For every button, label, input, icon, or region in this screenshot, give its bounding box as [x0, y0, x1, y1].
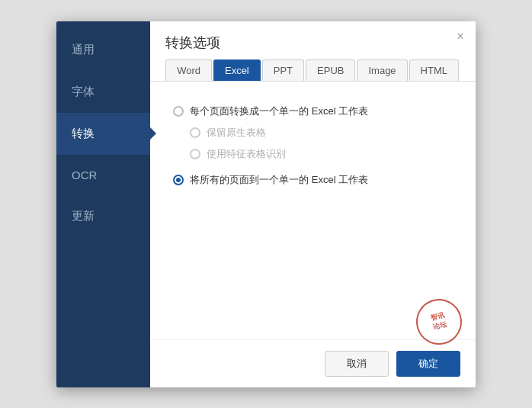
ok-button[interactable]: 确定 — [396, 351, 460, 377]
close-button[interactable]: × — [453, 29, 468, 44]
option1-group: 每个页面转换成一个单一的 Excel 工作表 保留原生表格 使用特征表格识别 — [173, 104, 453, 161]
radio-suboption2[interactable]: 使用特征表格识别 — [190, 147, 453, 161]
tab-html[interactable]: HTML — [409, 59, 459, 81]
radio-option2[interactable]: 将所有的页面到一个单一的 Excel 工作表 — [173, 173, 453, 187]
dialog: 通用 字体 转换 OCR 更新 × 转换选项 Word Ex — [56, 21, 476, 387]
tab-excel[interactable]: Excel — [213, 59, 261, 81]
title-bar: 转换选项 — [150, 21, 476, 59]
sidebar-item-general[interactable]: 通用 — [56, 29, 150, 71]
tab-ppt[interactable]: PPT — [262, 59, 304, 81]
tab-epub[interactable]: EPUB — [306, 59, 355, 81]
radio-circle-option1 — [173, 106, 184, 117]
tab-bar: Word Excel PPT EPUB Image HTML — [150, 59, 476, 82]
radio-option1[interactable]: 每个页面转换成一个单一的 Excel 工作表 — [173, 104, 453, 118]
sidebar-item-ocr[interactable]: OCR — [56, 155, 150, 195]
main-panel: × 转换选项 Word Excel PPT EPUB Image HTML — [150, 21, 476, 387]
sidebar: 通用 字体 转换 OCR 更新 — [56, 21, 150, 387]
cancel-button[interactable]: 取消 — [325, 351, 389, 377]
sidebar-item-update[interactable]: 更新 — [56, 195, 150, 237]
tab-word[interactable]: Word — [165, 59, 212, 81]
radio-circle-sub1 — [190, 127, 200, 138]
tab-image[interactable]: Image — [357, 59, 407, 81]
sidebar-item-convert[interactable]: 转换 — [56, 113, 150, 155]
sub-options: 保留原生表格 使用特征表格识别 — [190, 126, 453, 161]
radio-circle-option2 — [173, 175, 184, 185]
dialog-title: 转换选项 — [165, 34, 220, 52]
radio-circle-sub2 — [190, 149, 200, 159]
footer: 取消 确定 — [150, 339, 476, 387]
sidebar-item-font[interactable]: 字体 — [56, 71, 150, 113]
radio-suboption1[interactable]: 保留原生表格 — [190, 126, 453, 140]
content-area: 每个页面转换成一个单一的 Excel 工作表 保留原生表格 使用特征表格识别 — [150, 97, 476, 339]
